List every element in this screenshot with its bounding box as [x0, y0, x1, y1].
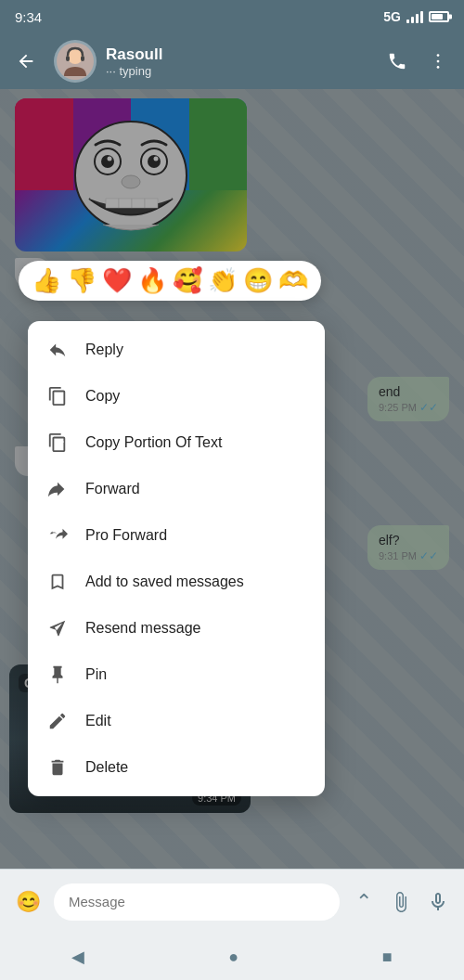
svg-rect-3: [81, 56, 84, 61]
menu-item-save[interactable]: Add to saved messages: [28, 559, 325, 605]
home-sys-button[interactable]: ●: [228, 948, 238, 967]
emoji-thumbsup[interactable]: 👍: [32, 266, 61, 295]
edit-label: Edit: [85, 713, 111, 729]
copy-label: Copy: [85, 388, 120, 405]
emoji-hugging[interactable]: 🥰: [173, 266, 202, 295]
reply-icon: [46, 339, 69, 361]
resend-label: Resend message: [85, 620, 201, 637]
reply-label: Reply: [85, 342, 123, 358]
message-bar: 😊 ⌃: [0, 869, 464, 934]
resend-icon: [46, 617, 69, 639]
emoji-heart[interactable]: ❤️: [102, 266, 132, 295]
pro-forward-icon: [46, 524, 69, 547]
menu-item-reply[interactable]: Reply: [28, 327, 325, 373]
more-button[interactable]: [419, 43, 457, 80]
emoji-fire[interactable]: 🔥: [137, 266, 167, 295]
emoji-reaction-bar[interactable]: 👍 👎 ❤️ 🔥 🥰 👏 😁 🫶: [19, 261, 321, 301]
call-button[interactable]: [379, 43, 416, 80]
recent-sys-button[interactable]: ■: [382, 948, 393, 967]
svg-point-4: [437, 54, 440, 57]
svg-rect-2: [66, 56, 70, 61]
menu-item-pro-forward[interactable]: Pro Forward: [28, 512, 325, 559]
battery-icon: [429, 11, 449, 22]
avatar: [54, 40, 97, 83]
forward-icon: [46, 478, 69, 500]
forward-label: Forward: [85, 481, 140, 497]
copy-icon: [46, 385, 69, 407]
emoji-touch[interactable]: 🫶: [278, 266, 308, 295]
message-input[interactable]: [54, 883, 340, 921]
attach-button[interactable]: [384, 885, 418, 919]
chat-background: H end 9:25 PM ✓✓ H elf? 9:31 PM ✓✓ ⋮ 9:3…: [0, 89, 464, 869]
emoji-thumbsdown[interactable]: 👎: [67, 266, 97, 295]
back-button[interactable]: [7, 43, 45, 80]
menu-item-copy[interactable]: Copy: [28, 373, 325, 419]
signal-label: 5G: [383, 9, 401, 24]
contact-status: ··· typing: [106, 64, 379, 78]
back-sys-button[interactable]: ◀: [71, 947, 84, 967]
status-bar: 9:34 5G: [0, 0, 464, 33]
delete-label: Delete: [85, 759, 128, 776]
top-nav: Rasoull ··· typing: [0, 33, 464, 89]
signal-bars: [406, 10, 423, 23]
bookmark-icon: [46, 571, 69, 593]
status-icons: 5G: [383, 9, 449, 24]
menu-item-copy-portion[interactable]: Copy Portion Of Text: [28, 419, 325, 466]
status-time: 9:34: [15, 9, 42, 25]
system-nav-bar: ◀ ● ■: [0, 934, 464, 980]
svg-point-5: [437, 60, 440, 63]
expand-button[interactable]: ⌃: [347, 885, 380, 919]
menu-item-forward[interactable]: Forward: [28, 466, 325, 512]
edit-icon: [46, 710, 69, 732]
bar4: [420, 11, 423, 23]
copy-portion-icon: [46, 432, 69, 454]
pro-forward-label: Pro Forward: [85, 527, 167, 544]
input-actions: ⌃: [347, 885, 455, 919]
voice-button[interactable]: [421, 885, 455, 919]
menu-item-edit[interactable]: Edit: [28, 698, 325, 744]
nav-actions: [379, 43, 457, 80]
context-menu: Reply Copy Copy Portion Of Text: [28, 321, 325, 796]
emoji-button[interactable]: 😊: [9, 883, 46, 921]
contact-info: Rasoull ··· typing: [106, 45, 379, 78]
bar2: [411, 17, 414, 23]
pin-icon: [46, 664, 69, 686]
bar1: [406, 19, 409, 23]
delete-icon: [46, 756, 69, 779]
bar3: [416, 14, 419, 23]
menu-item-pin[interactable]: Pin: [28, 651, 325, 698]
save-label: Add to saved messages: [85, 574, 244, 590]
svg-point-6: [437, 66, 440, 69]
menu-item-delete[interactable]: Delete: [28, 744, 325, 791]
battery-fill: [432, 14, 443, 19]
menu-item-resend[interactable]: Resend message: [28, 605, 325, 651]
emoji-grin[interactable]: 😁: [243, 266, 273, 295]
copy-portion-label: Copy Portion Of Text: [85, 434, 222, 451]
emoji-clap[interactable]: 👏: [208, 266, 238, 295]
pin-label: Pin: [85, 666, 107, 683]
contact-name: Rasoull: [106, 45, 379, 64]
